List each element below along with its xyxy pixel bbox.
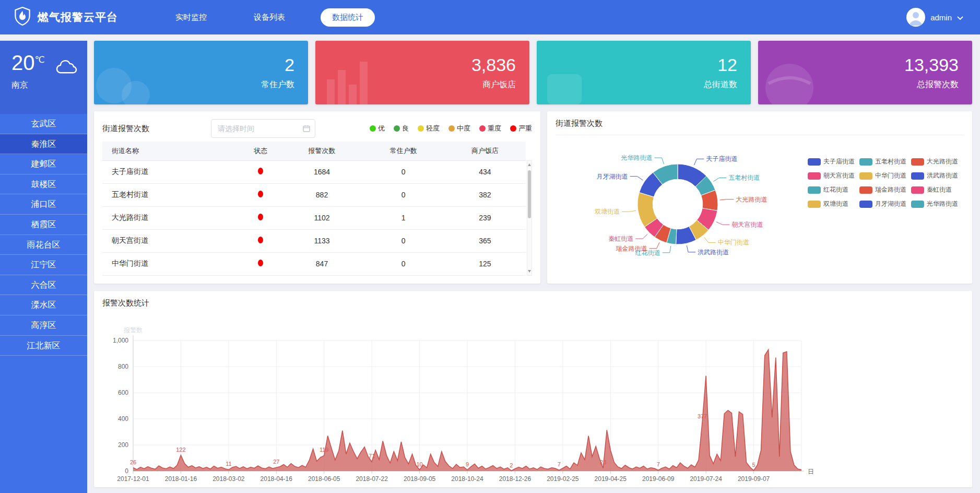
cell-merchants: 434 xyxy=(444,160,526,183)
legend-label: 中华门街道 xyxy=(875,171,906,180)
legend-swatch xyxy=(911,172,924,180)
nav-item-实时监控[interactable]: 实时监控 xyxy=(164,8,218,27)
cell-residents: 1 xyxy=(363,206,444,229)
table-scrollbar[interactable] xyxy=(527,160,532,276)
date-picker[interactable] xyxy=(211,119,315,138)
donut-legend-朝天宫街道[interactable]: 朝天宫街道 xyxy=(808,171,859,180)
sidebar-item-高淳区[interactable]: 高淳区 xyxy=(0,315,87,336)
donut-legend-大光路街道[interactable]: 大光路街道 xyxy=(911,157,963,166)
sidebar-item-建邺区[interactable]: 建邺区 xyxy=(0,154,87,174)
severity-legend-严重[interactable]: 严重 xyxy=(510,124,532,133)
donut-label-line xyxy=(655,158,664,164)
stat-card-总报警次数[interactable]: 13,393总报警次数 xyxy=(758,41,972,104)
sidebar-item-雨花台区[interactable]: 雨花台区 xyxy=(0,235,87,255)
legend-label: 五老村街道 xyxy=(875,157,906,166)
legend-label: 瑞金路街道 xyxy=(875,185,906,194)
sidebar-item-江宁区[interactable]: 江宁区 xyxy=(0,255,87,275)
globe-icon xyxy=(758,41,826,104)
donut-legend-双塘街道[interactable]: 双塘街道 xyxy=(808,199,859,208)
weather-widget: 20℃ 南京 xyxy=(0,41,87,114)
sidebar-item-溧水区[interactable]: 溧水区 xyxy=(0,295,87,315)
sidebar-item-浦口区[interactable]: 浦口区 xyxy=(0,194,87,215)
donut-legend-红花街道[interactable]: 红花街道 xyxy=(808,185,859,194)
navbar: 燃气报警云平台 实时监控设备列表数据统计 admin xyxy=(0,0,980,34)
donut-label-line xyxy=(694,159,704,165)
cell-street-name: 朝天宫街道 xyxy=(102,229,240,252)
donut-legend-光华路街道[interactable]: 光华路街道 xyxy=(911,199,963,208)
sidebar-item-六合区[interactable]: 六合区 xyxy=(0,275,87,296)
cell-merchants: 382 xyxy=(444,183,526,206)
legend-swatch xyxy=(808,172,821,180)
cell-merchants: 365 xyxy=(444,229,526,252)
donut-legend-五老村街道[interactable]: 五老村街道 xyxy=(859,157,911,166)
table-row[interactable]: 大光路街道11021239 xyxy=(102,206,526,229)
severity-label: 轻度 xyxy=(426,124,440,133)
stat-card-总街道数[interactable]: 12总街道数 xyxy=(537,41,751,104)
donut-slice-label: 光华路街道 xyxy=(621,154,652,161)
scrollbar-thumb[interactable] xyxy=(528,170,531,218)
legend-swatch xyxy=(808,158,821,166)
cell-street-name: 大光路街道 xyxy=(102,206,240,229)
donut-legend-瑞金路街道[interactable]: 瑞金路街道 xyxy=(859,185,911,194)
severity-legend-轻度[interactable]: 轻度 xyxy=(418,124,440,133)
cell-residents: 0 xyxy=(363,183,444,206)
x-tick-label: 2019-02-25 xyxy=(547,475,579,482)
sidebar-item-玄武区[interactable]: 玄武区 xyxy=(0,114,87,134)
data-point-label: 122 xyxy=(176,447,185,453)
donut-legend-洪武路街道[interactable]: 洪武路街道 xyxy=(911,171,963,180)
donut-slice-label: 秦虹街道 xyxy=(608,235,633,242)
cell-merchants: 125 xyxy=(444,252,526,275)
donut-slice-label: 洪武路街道 xyxy=(698,249,729,256)
severity-dot-icon xyxy=(394,125,400,132)
y-tick-label: 400 xyxy=(118,415,128,422)
cell-status xyxy=(240,183,281,206)
table-row[interactable]: 五老村街道8820382 xyxy=(102,183,526,206)
severity-dot-icon xyxy=(448,125,455,132)
user-menu[interactable]: admin xyxy=(906,8,963,27)
sidebar-item-鼓楼区[interactable]: 鼓楼区 xyxy=(0,174,87,195)
street-alarm-table-panel: 街道报警次数 优良轻度中度重度严重 街道名称 xyxy=(94,111,540,284)
severity-dot-icon xyxy=(479,125,486,132)
severity-legend-良[interactable]: 良 xyxy=(394,124,409,133)
cell-alarms: 847 xyxy=(281,252,362,275)
donut-legend-夫子庙街道[interactable]: 夫子庙街道 xyxy=(808,157,859,166)
x-tick-label: 2018-09-05 xyxy=(404,475,436,482)
severity-dot-icon xyxy=(418,125,424,132)
legend-label: 夫子庙街道 xyxy=(823,157,855,166)
severity-dot-icon xyxy=(370,125,376,132)
donut-legend-秦虹街道[interactable]: 秦虹街道 xyxy=(911,185,963,194)
donut-label-line xyxy=(720,199,734,200)
nav-item-设备列表[interactable]: 设备列表 xyxy=(242,8,297,27)
data-point-label: 71 xyxy=(369,453,375,459)
table-row[interactable]: 中华门街道8470125 xyxy=(102,252,526,275)
legend-swatch xyxy=(911,158,924,166)
table-row[interactable]: 夫子庙街道16840434 xyxy=(102,160,526,183)
table-row[interactable]: 朝天宫街道11330365 xyxy=(102,229,526,252)
x-tick-label: 2019-04-25 xyxy=(595,475,627,482)
donut-label-line xyxy=(622,210,636,212)
stat-card-商户饭店[interactable]: 3,836商户饭店 xyxy=(315,41,529,104)
x-tick-label: 2017-12-01 xyxy=(117,475,149,482)
scrollbar-up-arrow-icon[interactable] xyxy=(528,163,531,166)
trend-area-chart[interactable]: 02004006008001,0002017-12-012018-01-1620… xyxy=(102,308,964,484)
sidebar-item-秦淮区[interactable]: 秦淮区 xyxy=(0,134,87,155)
stat-card-常住户数[interactable]: 2常住户数 xyxy=(94,41,308,104)
severity-legend-中度[interactable]: 中度 xyxy=(448,124,470,133)
y-tick-label: 200 xyxy=(118,441,128,449)
donut-legend-月牙湖街道[interactable]: 月牙湖街道 xyxy=(859,199,911,208)
legend-swatch xyxy=(808,201,821,208)
sidebar-item-栖霞区[interactable]: 栖霞区 xyxy=(0,215,87,235)
donut-legend-中华门街道[interactable]: 中华门街道 xyxy=(859,171,911,180)
severity-legend: 优良轻度中度重度严重 xyxy=(370,124,532,133)
sidebar-item-江北新区[interactable]: 江北新区 xyxy=(0,336,87,356)
y-tick-label: 1,000 xyxy=(113,337,128,344)
legend-label: 朝天宫街道 xyxy=(823,171,855,180)
avatar xyxy=(906,8,925,27)
severity-legend-重度[interactable]: 重度 xyxy=(479,124,501,133)
nav-item-数据统计[interactable]: 数据统计 xyxy=(321,8,375,27)
severity-legend-优[interactable]: 优 xyxy=(370,124,385,133)
date-picker-input[interactable] xyxy=(218,124,301,133)
scrollbar-down-arrow-icon[interactable] xyxy=(528,270,531,273)
x-tick-label: 2018-06-05 xyxy=(308,475,340,482)
moon-icon xyxy=(94,41,162,104)
